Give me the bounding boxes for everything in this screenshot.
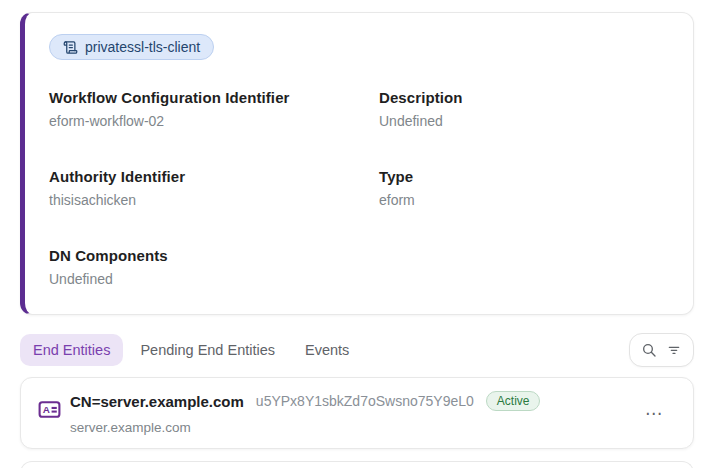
search-filter-button[interactable]: [629, 333, 694, 367]
field-label: Type: [379, 168, 665, 185]
field-label: Authority Identifier: [49, 168, 379, 185]
certificate-profile-badge[interactable]: privatessl-tls-client: [49, 34, 214, 60]
end-entity-row[interactable]: A CN=server.example.com u5YPx8Y1sbkZd7oS…: [20, 377, 694, 449]
field-value: Undefined: [379, 113, 665, 129]
tab-events[interactable]: Events: [292, 334, 362, 366]
field-type: Type eform: [379, 168, 665, 208]
more-options-icon[interactable]: ⋯: [643, 401, 665, 426]
entity-main: CN=server.example.com u5YPx8Y1sbkZd7oSws…: [70, 391, 643, 435]
id-card-icon: A: [37, 397, 62, 426]
tab-end-entities[interactable]: End Entities: [20, 334, 123, 366]
entity-identifier: u5YPx8Y1sbkZd7oSwsno75Y9eL0: [256, 393, 474, 409]
scroll-icon: [63, 40, 78, 55]
field-authority-identifier: Authority Identifier thisisachicken: [49, 168, 379, 208]
field-value: thisisachicken: [49, 192, 379, 208]
field-label: Description: [379, 89, 665, 106]
filter-icon[interactable]: [666, 342, 682, 358]
field-value: eform-workflow-02: [49, 113, 379, 129]
search-icon[interactable]: [641, 342, 657, 358]
field-description: Description Undefined: [379, 89, 665, 129]
field-value: Undefined: [49, 271, 379, 287]
badge-label: privatessl-tls-client: [85, 39, 200, 55]
field-label: DN Components: [49, 247, 379, 264]
tab-pending-end-entities[interactable]: Pending End Entities: [127, 334, 288, 366]
status-badge: Active: [486, 391, 541, 411]
field-value: eform: [379, 192, 665, 208]
tab-list: End Entities Pending End Entities Events: [20, 334, 362, 366]
field-dn-components: DN Components Undefined: [49, 247, 379, 287]
entity-common-name: CN=server.example.com: [70, 393, 244, 410]
entity-subtitle: server.example.com: [70, 420, 643, 435]
workflow-detail-card: privatessl-tls-client Workflow Configura…: [20, 12, 694, 315]
next-row-card-partial: [20, 461, 694, 468]
svg-text:A: A: [43, 404, 50, 415]
tabs-bar: End Entities Pending End Entities Events: [20, 333, 694, 367]
field-grid: Workflow Configuration Identifier eform-…: [49, 89, 665, 287]
field-workflow-configuration-identifier: Workflow Configuration Identifier eform-…: [49, 89, 379, 129]
field-label: Workflow Configuration Identifier: [49, 89, 379, 106]
